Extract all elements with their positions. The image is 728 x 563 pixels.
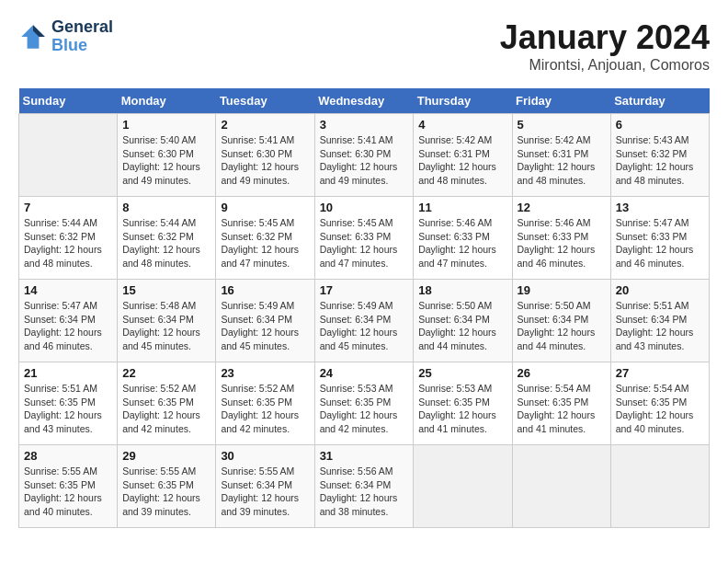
day-info: Sunrise: 5:49 AM Sunset: 6:34 PM Dayligh… bbox=[320, 299, 409, 353]
calendar-table: SundayMondayTuesdayWednesdayThursdayFrid… bbox=[18, 88, 710, 528]
calendar-cell: 28Sunrise: 5:55 AM Sunset: 6:35 PM Dayli… bbox=[19, 445, 118, 528]
day-number: 2 bbox=[221, 118, 309, 132]
day-number: 9 bbox=[221, 201, 309, 214]
day-number: 30 bbox=[221, 449, 309, 463]
day-number: 23 bbox=[221, 366, 309, 380]
month-title: January 2024 bbox=[500, 18, 710, 57]
day-number: 19 bbox=[518, 283, 606, 297]
calendar-week-row: 21Sunrise: 5:51 AM Sunset: 6:35 PM Dayli… bbox=[19, 362, 710, 445]
day-number: 7 bbox=[24, 201, 112, 214]
calendar-week-row: 14Sunrise: 5:47 AM Sunset: 6:34 PM Dayli… bbox=[19, 280, 710, 362]
day-info: Sunrise: 5:45 AM Sunset: 6:33 PM Dayligh… bbox=[320, 216, 409, 270]
day-info: Sunrise: 5:47 AM Sunset: 6:34 PM Dayligh… bbox=[24, 299, 112, 353]
calendar-cell: 30Sunrise: 5:55 AM Sunset: 6:34 PM Dayli… bbox=[216, 445, 314, 528]
calendar-cell bbox=[19, 114, 118, 197]
calendar-cell: 27Sunrise: 5:54 AM Sunset: 6:35 PM Dayli… bbox=[610, 362, 709, 445]
logo: General Blue bbox=[18, 18, 113, 55]
calendar-cell: 5Sunrise: 5:42 AM Sunset: 6:31 PM Daylig… bbox=[512, 114, 610, 197]
calendar-cell bbox=[414, 445, 512, 528]
page-header: General Blue January 2024 Mirontsi, Anjo… bbox=[18, 18, 710, 74]
calendar-cell: 29Sunrise: 5:55 AM Sunset: 6:35 PM Dayli… bbox=[118, 445, 216, 528]
day-info: Sunrise: 5:49 AM Sunset: 6:34 PM Dayligh… bbox=[221, 299, 309, 353]
weekday-header: Saturday bbox=[610, 88, 709, 114]
day-number: 11 bbox=[418, 201, 506, 214]
day-number: 24 bbox=[320, 366, 409, 380]
day-info: Sunrise: 5:41 AM Sunset: 6:30 PM Dayligh… bbox=[221, 133, 309, 188]
logo-icon bbox=[18, 22, 48, 52]
day-info: Sunrise: 5:42 AM Sunset: 6:31 PM Dayligh… bbox=[518, 133, 606, 188]
day-info: Sunrise: 5:44 AM Sunset: 6:32 PM Dayligh… bbox=[24, 216, 112, 270]
day-info: Sunrise: 5:50 AM Sunset: 6:34 PM Dayligh… bbox=[518, 299, 606, 353]
calendar-cell: 11Sunrise: 5:46 AM Sunset: 6:33 PM Dayli… bbox=[414, 197, 512, 280]
calendar-cell: 10Sunrise: 5:45 AM Sunset: 6:33 PM Dayli… bbox=[314, 197, 414, 280]
day-info: Sunrise: 5:54 AM Sunset: 6:35 PM Dayligh… bbox=[518, 382, 606, 436]
calendar-cell: 7Sunrise: 5:44 AM Sunset: 6:32 PM Daylig… bbox=[19, 197, 118, 280]
day-number: 17 bbox=[320, 283, 409, 297]
calendar-cell bbox=[512, 445, 610, 528]
day-number: 25 bbox=[418, 366, 506, 380]
day-info: Sunrise: 5:46 AM Sunset: 6:33 PM Dayligh… bbox=[418, 216, 506, 270]
day-number: 21 bbox=[24, 366, 112, 380]
location-subtitle: Mirontsi, Anjouan, Comoros bbox=[500, 57, 710, 74]
day-number: 10 bbox=[320, 201, 409, 214]
day-number: 14 bbox=[24, 283, 112, 297]
day-number: 12 bbox=[518, 201, 606, 214]
weekday-header: Sunday bbox=[19, 88, 118, 114]
calendar-week-row: 7Sunrise: 5:44 AM Sunset: 6:32 PM Daylig… bbox=[19, 197, 710, 280]
day-info: Sunrise: 5:40 AM Sunset: 6:30 PM Dayligh… bbox=[122, 133, 210, 188]
weekday-header: Monday bbox=[118, 88, 216, 114]
day-number: 31 bbox=[320, 449, 409, 463]
day-number: 27 bbox=[616, 366, 704, 380]
calendar-cell: 9Sunrise: 5:45 AM Sunset: 6:32 PM Daylig… bbox=[216, 197, 314, 280]
day-info: Sunrise: 5:55 AM Sunset: 6:35 PM Dayligh… bbox=[122, 465, 210, 519]
calendar-cell: 25Sunrise: 5:53 AM Sunset: 6:35 PM Dayli… bbox=[414, 362, 512, 445]
calendar-cell: 18Sunrise: 5:50 AM Sunset: 6:34 PM Dayli… bbox=[414, 280, 512, 362]
calendar-cell bbox=[610, 445, 709, 528]
calendar-cell: 22Sunrise: 5:52 AM Sunset: 6:35 PM Dayli… bbox=[118, 362, 216, 445]
weekday-header: Tuesday bbox=[216, 88, 314, 114]
day-number: 16 bbox=[221, 283, 309, 297]
day-number: 18 bbox=[418, 283, 506, 297]
day-number: 29 bbox=[122, 449, 210, 463]
day-info: Sunrise: 5:44 AM Sunset: 6:32 PM Dayligh… bbox=[122, 216, 210, 270]
day-info: Sunrise: 5:53 AM Sunset: 6:35 PM Dayligh… bbox=[418, 382, 506, 436]
calendar-cell: 24Sunrise: 5:53 AM Sunset: 6:35 PM Dayli… bbox=[314, 362, 414, 445]
day-number: 15 bbox=[122, 283, 210, 297]
day-info: Sunrise: 5:55 AM Sunset: 6:35 PM Dayligh… bbox=[24, 465, 112, 519]
calendar-cell: 19Sunrise: 5:50 AM Sunset: 6:34 PM Dayli… bbox=[512, 280, 610, 362]
day-info: Sunrise: 5:47 AM Sunset: 6:33 PM Dayligh… bbox=[616, 216, 704, 270]
day-info: Sunrise: 5:43 AM Sunset: 6:32 PM Dayligh… bbox=[616, 133, 704, 188]
weekday-header: Thursday bbox=[414, 88, 512, 114]
calendar-cell: 14Sunrise: 5:47 AM Sunset: 6:34 PM Dayli… bbox=[19, 280, 118, 362]
calendar-header-row: SundayMondayTuesdayWednesdayThursdayFrid… bbox=[19, 88, 710, 114]
calendar-cell: 4Sunrise: 5:42 AM Sunset: 6:31 PM Daylig… bbox=[414, 114, 512, 197]
day-number: 20 bbox=[616, 283, 704, 297]
calendar-week-row: 28Sunrise: 5:55 AM Sunset: 6:35 PM Dayli… bbox=[19, 445, 710, 528]
day-info: Sunrise: 5:52 AM Sunset: 6:35 PM Dayligh… bbox=[122, 382, 210, 436]
calendar-cell: 8Sunrise: 5:44 AM Sunset: 6:32 PM Daylig… bbox=[118, 197, 216, 280]
day-info: Sunrise: 5:52 AM Sunset: 6:35 PM Dayligh… bbox=[221, 382, 309, 436]
calendar-cell: 15Sunrise: 5:48 AM Sunset: 6:34 PM Dayli… bbox=[118, 280, 216, 362]
title-block: January 2024 Mirontsi, Anjouan, Comoros bbox=[500, 18, 710, 74]
calendar-cell: 21Sunrise: 5:51 AM Sunset: 6:35 PM Dayli… bbox=[19, 362, 118, 445]
day-number: 26 bbox=[518, 366, 606, 380]
day-info: Sunrise: 5:51 AM Sunset: 6:34 PM Dayligh… bbox=[616, 299, 704, 353]
day-info: Sunrise: 5:56 AM Sunset: 6:34 PM Dayligh… bbox=[320, 465, 409, 519]
day-number: 4 bbox=[418, 118, 506, 132]
calendar-cell: 16Sunrise: 5:49 AM Sunset: 6:34 PM Dayli… bbox=[216, 280, 314, 362]
day-number: 28 bbox=[24, 449, 112, 463]
calendar-cell: 17Sunrise: 5:49 AM Sunset: 6:34 PM Dayli… bbox=[314, 280, 414, 362]
day-info: Sunrise: 5:54 AM Sunset: 6:35 PM Dayligh… bbox=[616, 382, 704, 436]
calendar-cell: 2Sunrise: 5:41 AM Sunset: 6:30 PM Daylig… bbox=[216, 114, 314, 197]
day-number: 22 bbox=[122, 366, 210, 380]
calendar-cell: 6Sunrise: 5:43 AM Sunset: 6:32 PM Daylig… bbox=[610, 114, 709, 197]
weekday-header: Wednesday bbox=[314, 88, 414, 114]
calendar-week-row: 1Sunrise: 5:40 AM Sunset: 6:30 PM Daylig… bbox=[19, 114, 710, 197]
calendar-cell: 23Sunrise: 5:52 AM Sunset: 6:35 PM Dayli… bbox=[216, 362, 314, 445]
day-info: Sunrise: 5:53 AM Sunset: 6:35 PM Dayligh… bbox=[320, 382, 409, 436]
day-info: Sunrise: 5:50 AM Sunset: 6:34 PM Dayligh… bbox=[418, 299, 506, 353]
day-info: Sunrise: 5:55 AM Sunset: 6:34 PM Dayligh… bbox=[221, 465, 309, 519]
calendar-cell: 26Sunrise: 5:54 AM Sunset: 6:35 PM Dayli… bbox=[512, 362, 610, 445]
day-number: 5 bbox=[518, 118, 606, 132]
day-number: 8 bbox=[122, 201, 210, 214]
